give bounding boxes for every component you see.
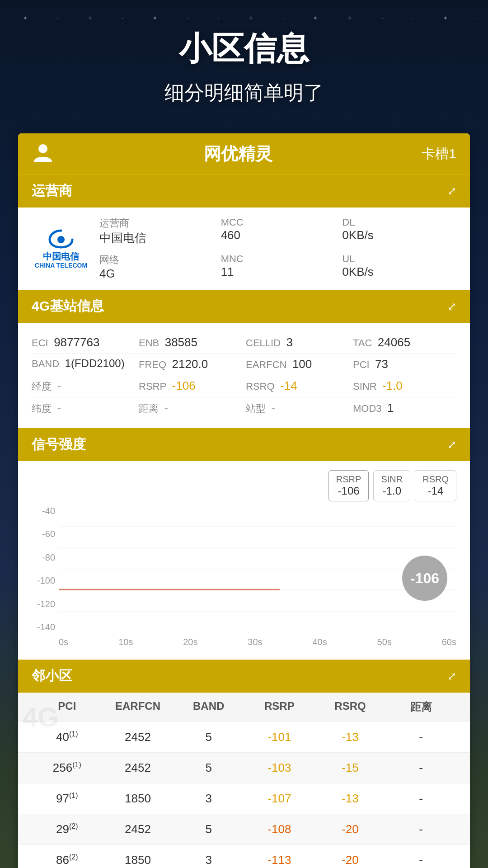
row4-pci: 29(2) xyxy=(32,822,103,836)
neighbor-content: 4G PCI EARFCN BAND RSRP RSRQ 距离 40(1) 24… xyxy=(18,693,470,868)
user-icon xyxy=(32,142,54,166)
mcc-value: 460 xyxy=(221,228,335,242)
ul-value: 0KB/s xyxy=(342,265,456,279)
header-rsrp: RSRP xyxy=(244,700,315,714)
operator-details: 运营商 中国电信 MCC 460 DL 0KB/s 网络 4G xyxy=(99,217,456,281)
station-content: ECI 9877763 ENB 38585 CELLID 3 TAC 24065 xyxy=(18,323,470,428)
row1-earfcn: 2452 xyxy=(103,730,174,744)
row2-earfcn: 2452 xyxy=(103,761,174,775)
row3-rsrp: -107 xyxy=(244,792,315,806)
table-row: 97(1) 1850 3 -107 -13 - xyxy=(18,783,470,814)
latitude-value: - xyxy=(57,401,61,415)
latitude-field: 纬度 - xyxy=(32,401,135,415)
x-label-20s: 20s xyxy=(183,637,197,651)
x-label-30s: 30s xyxy=(248,637,262,651)
station-type-value: - xyxy=(271,401,275,415)
rsrq-badge[interactable]: RSRQ -14 xyxy=(415,470,456,501)
earfcn-field: EARFCN 100 xyxy=(246,357,349,371)
table-row: 40(1) 2452 5 -101 -13 - xyxy=(18,722,470,753)
y-label-120: -120 xyxy=(37,599,55,609)
band-field: BAND 1(FDD2100) xyxy=(32,357,135,371)
network-label: 网络 xyxy=(99,253,214,267)
table-row: 86(2) 1850 3 -113 -20 - xyxy=(18,845,470,868)
operator-expand-icon[interactable]: ⤢ xyxy=(447,185,456,198)
dl-field: DL 0KB/s xyxy=(342,217,456,246)
row2-band: 5 xyxy=(173,761,244,775)
eci-value: 9877763 xyxy=(54,335,99,349)
longitude-value: - xyxy=(57,379,61,392)
station-section-header[interactable]: 4G基站信息 ⤢ xyxy=(18,290,470,323)
x-label-40s: 40s xyxy=(312,637,327,651)
station-type-field: 站型 - xyxy=(246,401,349,415)
sinr-field: SINR -1.0 xyxy=(353,379,456,393)
signal-content: RSRP -106 SINR -1.0 RSRQ -14 -40 -60 xyxy=(18,461,470,660)
mnc-field: MNC 11 xyxy=(221,253,335,281)
row5-earfcn: 1850 xyxy=(103,853,174,867)
ul-label: UL xyxy=(342,253,456,265)
row1-rsrp: -101 xyxy=(244,730,315,744)
x-label-60s: 60s xyxy=(442,637,456,651)
rsrp-value: -106 xyxy=(172,379,196,392)
signal-section-header[interactable]: 信号强度 ⤢ xyxy=(18,428,470,461)
operator-section-header[interactable]: 运营商 ⤢ xyxy=(18,175,470,208)
page-title: 小区信息 xyxy=(18,27,470,71)
tac-value: 24065 xyxy=(378,335,410,349)
y-label-140: -140 xyxy=(37,622,55,632)
row1-band: 5 xyxy=(173,730,244,744)
pci-field: PCI 73 xyxy=(353,357,456,371)
neighbor-expand-icon[interactable]: ⤢ xyxy=(447,670,456,683)
row5-rsrq: -20 xyxy=(315,853,386,867)
row3-earfcn: 1850 xyxy=(103,792,174,806)
freq-field: FREQ 2120.0 xyxy=(139,357,242,371)
longitude-field: 经度 - xyxy=(32,379,135,393)
mod3-value: 1 xyxy=(387,401,394,415)
band-value: 1(FDD2100) xyxy=(65,357,125,369)
cellid-value: 3 xyxy=(286,335,293,349)
signal-expand-icon[interactable]: ⤢ xyxy=(447,439,456,451)
ul-field: UL 0KB/s xyxy=(342,253,456,281)
row3-pci: 97(1) xyxy=(32,792,103,806)
chart-drawing-area xyxy=(59,506,456,632)
rsrp-badge[interactable]: RSRP -106 xyxy=(328,470,369,501)
neighbor-table-header: PCI EARFCN BAND RSRP RSRQ 距离 xyxy=(18,693,470,722)
row3-rsrq: -13 xyxy=(315,792,386,806)
operator-logo: 中国电信 CHINA TELECOM xyxy=(32,228,90,269)
y-label-80: -80 xyxy=(42,552,55,563)
eci-field: ECI 9877763 xyxy=(32,335,135,349)
operator-section-title: 运营商 xyxy=(32,182,72,200)
sinr-badge[interactable]: SINR -1.0 xyxy=(373,470,410,501)
neighbor-section-title: 邻小区 xyxy=(32,667,72,685)
network-field: 网络 4G xyxy=(99,253,214,281)
neighbor-section-header[interactable]: 邻小区 ⤢ xyxy=(18,660,470,693)
mcc-field: MCC 460 xyxy=(221,217,335,246)
signal-badges: RSRP -106 SINR -1.0 RSRQ -14 xyxy=(32,470,456,501)
signal-section-title: 信号强度 xyxy=(32,435,86,454)
operator-content: 中国电信 CHINA TELECOM 运营商 中国电信 MCC 460 xyxy=(18,208,470,290)
y-label-40: -40 xyxy=(42,506,55,516)
page-subtitle: 细分明细简单明了 xyxy=(18,80,470,106)
x-label-0s: 0s xyxy=(59,637,68,651)
mnc-value: 11 xyxy=(221,265,335,279)
row5-band: 3 xyxy=(173,853,244,867)
row2-rsrq: -15 xyxy=(315,761,386,775)
row1-dist: - xyxy=(385,730,456,744)
cellid-field: CELLID 3 xyxy=(246,335,349,349)
sinr-value: -1.0 xyxy=(382,379,403,392)
rsrp-field: RSRP -106 xyxy=(139,379,242,393)
table-row: 256(1) 2452 5 -103 -15 - xyxy=(18,753,470,783)
station-section-title: 4G基站信息 xyxy=(32,297,104,316)
row5-dist: - xyxy=(385,853,456,867)
svg-point-0 xyxy=(38,144,47,153)
pci-value: 73 xyxy=(375,357,388,371)
telecom-name-en: CHINA TELECOM xyxy=(35,262,87,269)
station-expand-icon[interactable]: ⤢ xyxy=(447,300,456,313)
dl-label: DL xyxy=(342,217,456,228)
row5-rsrp: -113 xyxy=(244,853,315,867)
signal-value-bubble: -106 xyxy=(402,556,447,601)
main-card: 网优精灵 卡槽1 运营商 ⤢ 中国电信 CHINA TELECOM xyxy=(18,133,470,868)
tac-field: TAC 24065 xyxy=(353,335,456,349)
earfcn-value: 100 xyxy=(292,357,312,371)
mnc-label: MNC xyxy=(221,253,335,265)
header-rsrq: RSRQ xyxy=(315,700,386,714)
row2-rsrp: -103 xyxy=(244,761,315,775)
